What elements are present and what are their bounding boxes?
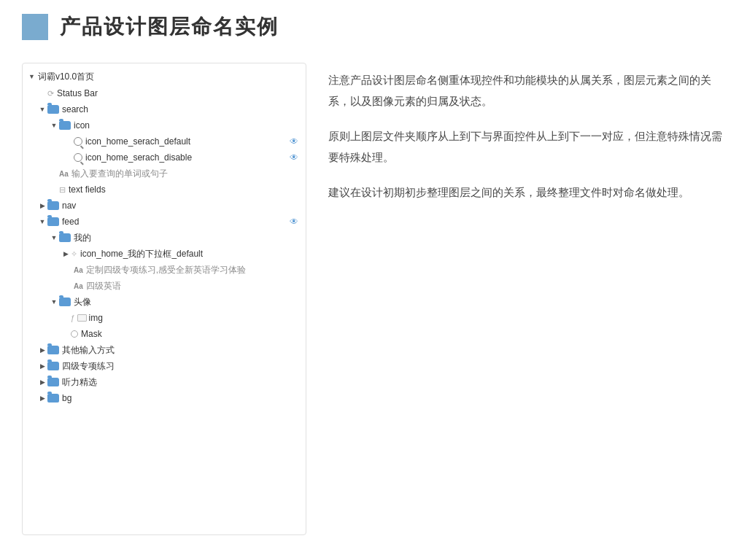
eye-icon-search-default[interactable]: 👁: [288, 136, 300, 147]
my-folder-label: 我的: [74, 232, 300, 244]
arrow-search: [37, 106, 47, 113]
tree-item-other-input-folder[interactable]: 其他输入方式: [23, 342, 306, 358]
description-paragraph-1: 注意产品设计图层命名侧重体现控件和功能模块的从属关系，图层元素之间的关系，以及图…: [328, 70, 725, 112]
tree-item-status-bar[interactable]: ⟳ Status Bar: [23, 85, 306, 101]
tree-item-bg-folder[interactable]: bg: [23, 390, 306, 406]
description-paragraph-2: 原则上图层文件夹顺序从上到下与界面控件从上到下一一对应，但注意特殊情况需要特殊处…: [328, 126, 725, 168]
text-icon-input: Aa: [59, 170, 69, 178]
tree-item-avatar-folder[interactable]: 头像: [23, 294, 306, 310]
eye-icon-search-disable[interactable]: 👁: [288, 152, 300, 163]
arrow-my: [49, 234, 59, 241]
img-icon: [77, 314, 87, 322]
avatar-folder-label: 头像: [74, 296, 300, 308]
tree-item-dropdown-icon[interactable]: ✧ icon_home_我的下拉框_default: [23, 246, 306, 262]
search-disable-label: icon_home_serach_disable: [85, 152, 288, 163]
dropdown-label: icon_home_我的下拉框_default: [80, 248, 300, 260]
arrow-bg: [37, 394, 47, 402]
folder-icon-feed: [47, 217, 59, 226]
folder-icon-listening: [47, 378, 59, 386]
arrow-other-input: [37, 346, 47, 354]
text-icon-customized: Aa: [74, 266, 83, 274]
tree-item-nav-folder[interactable]: nav: [23, 198, 306, 214]
tree-item-search-default[interactable]: icon_home_serach_default 👁: [23, 133, 306, 149]
tree-item-my-folder[interactable]: 我的: [23, 230, 306, 246]
folder-icon-my: [59, 233, 71, 242]
layer-panel[interactable]: ▼ 词霸v10.0首页 ⟳ Status Bar search icon: [22, 63, 306, 535]
tree-item-feed-folder[interactable]: feed 👁: [23, 214, 306, 230]
search-icon-disable: [74, 153, 82, 162]
tree-item-search-disable[interactable]: icon_home_serach_disable 👁: [23, 149, 306, 166]
text-customized-label: 定制四级专项练习,感受全新英语学习体验: [86, 264, 300, 276]
tree-item-cet4-folder[interactable]: 四级专项练习: [23, 358, 306, 374]
text-fields-label: text fields: [69, 184, 300, 195]
link-icon-img: ƒ: [71, 314, 75, 322]
tree-item-icon-folder[interactable]: icon: [23, 117, 306, 133]
search-folder-label: search: [62, 104, 300, 114]
folder-icon-search: [47, 105, 59, 114]
eye-icon-feed[interactable]: 👁: [288, 216, 300, 228]
arrow-feed: [37, 218, 47, 225]
status-bar-label: Status Bar: [57, 88, 300, 98]
vector-icon-dropdown: ✧: [71, 249, 77, 259]
bg-folder-label: bg: [62, 393, 300, 403]
listening-folder-label: 听力精选: [62, 376, 300, 389]
status-bar-icon: ⟳: [47, 89, 54, 98]
mask-label: Mask: [81, 329, 300, 339]
text-cet4-label: 四级英语: [86, 280, 300, 292]
cet4-folder-label: 四级专项练习: [62, 360, 300, 373]
input-text-label: 输入要查询的单词或句子: [71, 168, 300, 180]
folder-icon-bg: [47, 394, 59, 402]
root-arrow: ▼: [28, 73, 35, 80]
folder-icon-icon: [59, 121, 71, 130]
arrow-avatar: [49, 298, 59, 306]
arrow-listening: [37, 378, 47, 386]
nav-folder-label: nav: [62, 201, 300, 211]
tree-item-input-text[interactable]: Aa 输入要查询的单词或句子: [23, 166, 306, 182]
img-label: img: [89, 313, 300, 323]
tree-item-listening-folder[interactable]: 听力精选: [23, 374, 306, 390]
folder-icon-avatar: [59, 298, 71, 306]
folder-icon-cet4: [47, 362, 59, 370]
page-title: 产品设计图层命名实例: [60, 13, 279, 41]
folder-icon-other-input: [47, 346, 59, 354]
description-paragraph-3: 建议在设计初期初步整理图层之间的关系，最终整理文件时对命名做处理。: [328, 182, 725, 203]
header-accent-bar: [22, 14, 48, 40]
tree-item-img[interactable]: ƒ img: [23, 310, 306, 326]
arrow-cet4-folder: [37, 362, 47, 370]
root-item[interactable]: ▼ 词霸v10.0首页: [23, 68, 306, 85]
description-panel: 注意产品设计图层命名侧重体现控件和功能模块的从属关系，图层元素之间的关系，以及图…: [328, 63, 725, 535]
folder-icon-nav: [47, 201, 59, 210]
arrow-icon-folder: [49, 122, 59, 129]
tree-item-search-folder[interactable]: search: [23, 101, 306, 117]
search-default-label: icon_home_serach_default: [85, 136, 288, 147]
text-icon-cet4: Aa: [74, 282, 83, 290]
tree-item-text-customized[interactable]: Aa 定制四级专项练习,感受全新英语学习体验: [23, 262, 306, 278]
circle-icon-mask: [71, 330, 78, 338]
page-header: 产品设计图层命名实例: [0, 0, 747, 48]
main-content: ▼ 词霸v10.0首页 ⟳ Status Bar search icon: [0, 48, 747, 550]
feed-folder-label: feed: [62, 217, 288, 227]
input-icon-textfields: ⊟: [59, 185, 66, 195]
tree-item-text-fields[interactable]: ⊟ text fields: [23, 182, 306, 198]
arrow-nav: [37, 202, 47, 209]
other-input-folder-label: 其他输入方式: [62, 344, 300, 357]
search-icon-default: [74, 137, 82, 146]
tree-item-text-cet4[interactable]: Aa 四级英语: [23, 278, 306, 294]
tree-item-mask[interactable]: Mask: [23, 326, 306, 342]
root-label: 词霸v10.0首页: [38, 71, 94, 83]
icon-folder-label: icon: [74, 120, 300, 131]
arrow-dropdown: [61, 250, 71, 257]
